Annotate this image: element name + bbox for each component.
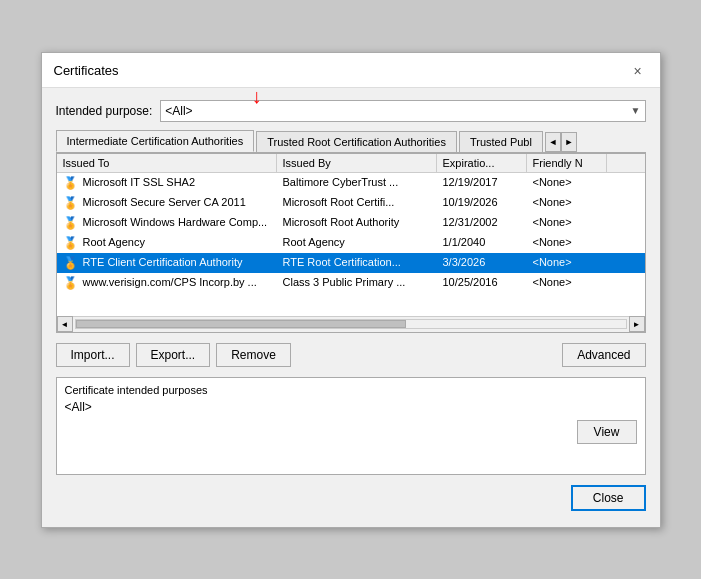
view-btn-container: View [65, 420, 637, 444]
intended-purpose-dropdown[interactable]: <All> ▼ [160, 100, 645, 122]
table-row[interactable]: 🏅 Microsoft Windows Hardware Comp... Mic… [57, 213, 645, 233]
remove-button[interactable]: Remove [216, 343, 291, 367]
dialog-body: Intended purpose: <All> ▼ ↓ Intermediate… [42, 88, 660, 527]
cell-issued-to: 🏅 www.verisign.com/CPS Incorp.by ... [57, 273, 277, 293]
header-expiration: Expiratio... [437, 154, 527, 172]
cell-friendly: <None> [527, 213, 607, 233]
scrollbar-thumb[interactable] [76, 320, 406, 328]
table-row[interactable]: 🏅 www.verisign.com/CPS Incorp.by ... Cla… [57, 273, 645, 293]
cell-issued-by: Microsoft Root Authority [277, 213, 437, 233]
cert-table-body: 🏅 Microsoft IT SSL SHA2 Baltimore CyberT… [57, 173, 645, 316]
cell-issued-to: 🏅 Microsoft IT SSL SHA2 [57, 173, 277, 193]
selected-row-wrapper: → 🏅 RTE Client Certification Authority R… [57, 253, 645, 273]
close-icon[interactable]: × [628, 61, 648, 81]
table-row-selected[interactable]: 🏅 RTE Client Certification Authority RTE… [57, 253, 645, 273]
cell-expiration: 12/31/2002 [437, 213, 527, 233]
tab-trusted-root[interactable]: Trusted Root Certification Authorities [256, 131, 457, 152]
cell-expiration: 12/19/2017 [437, 173, 527, 193]
tabs-container: Intermediate Certification Authorities T… [56, 130, 646, 153]
cell-expiration: 3/3/2026 [437, 253, 527, 273]
table-row[interactable]: 🏅 Microsoft Secure Server CA 2011 Micros… [57, 193, 645, 213]
export-button[interactable]: Export... [136, 343, 211, 367]
certificates-dialog: Certificates × Intended purpose: <All> ▼… [41, 52, 661, 528]
intended-purpose-label: Intended purpose: [56, 104, 153, 118]
header-friendly: Friendly N [527, 154, 607, 172]
tab-trusted-publ[interactable]: Trusted Publ [459, 131, 543, 152]
dropdown-arrow-icon: ▼ [631, 105, 641, 116]
cell-friendly: <None> [527, 273, 607, 293]
cert-icon: 🏅 [63, 276, 77, 290]
cert-purposes-section: Certificate intended purposes <All> View [56, 377, 646, 475]
cell-issued-by: Class 3 Public Primary ... [277, 273, 437, 293]
cell-issued-by: Microsoft Root Certifi... [277, 193, 437, 213]
cell-expiration: 10/19/2026 [437, 193, 527, 213]
table-row[interactable]: 🏅 Microsoft IT SSL SHA2 Baltimore CyberT… [57, 173, 645, 193]
header-issued-by: Issued By [277, 154, 437, 172]
cert-table-header: Issued To Issued By Expiratio... Friendl… [57, 154, 645, 173]
import-button[interactable]: Import... [56, 343, 130, 367]
cell-issued-to: 🏅 Microsoft Windows Hardware Comp... [57, 213, 277, 233]
action-buttons: Import... Export... Remove Advanced [56, 343, 646, 367]
dropdown-value: <All> [165, 104, 192, 118]
view-button[interactable]: View [577, 420, 637, 444]
cell-issued-by: Baltimore CyberTrust ... [277, 173, 437, 193]
cell-issued-to: 🏅 RTE Client Certification Authority [57, 253, 277, 273]
cell-issued-to: 🏅 Microsoft Secure Server CA 2011 [57, 193, 277, 213]
cell-issued-by: Root Agency [277, 233, 437, 253]
cell-expiration: 1/1/2040 [437, 233, 527, 253]
title-bar: Certificates × [42, 53, 660, 88]
dialog-close-button[interactable]: Close [571, 485, 646, 511]
intended-purpose-section: Intended purpose: <All> ▼ ↓ [56, 100, 646, 122]
cert-icon: 🏅 [63, 236, 77, 250]
scrollbar-track[interactable] [75, 319, 627, 329]
cert-icon: 🏅 [63, 176, 77, 190]
cert-icon: 🏅 [63, 216, 77, 230]
cell-friendly: <None> [527, 253, 607, 273]
tab-scroll-right[interactable]: ► [561, 132, 577, 152]
cell-friendly: <None> [527, 193, 607, 213]
tab-scroll-left[interactable]: ◄ [545, 132, 561, 152]
close-row: Close [56, 485, 646, 515]
horizontal-scrollbar[interactable]: ◄ ► [57, 316, 645, 332]
cell-friendly: <None> [527, 173, 607, 193]
cert-icon: 🏅 [63, 196, 77, 210]
cell-friendly: <None> [527, 233, 607, 253]
dialog-title: Certificates [54, 63, 119, 78]
cert-icon: 🏅 [63, 256, 77, 270]
scroll-right-arrow[interactable]: ► [629, 316, 645, 332]
intended-purpose-row: Intended purpose: <All> ▼ [56, 100, 646, 122]
cell-issued-to: 🏅 Root Agency [57, 233, 277, 253]
tab-intermediate[interactable]: Intermediate Certification Authorities [56, 130, 255, 152]
cert-purposes-label: Certificate intended purposes [65, 384, 637, 396]
header-issued-to: Issued To [57, 154, 277, 172]
cert-purposes-value: <All> [65, 400, 637, 414]
cell-issued-by: RTE Root Certification... [277, 253, 437, 273]
table-row[interactable]: 🏅 Root Agency Root Agency 1/1/2040 <None… [57, 233, 645, 253]
cert-table: Issued To Issued By Expiratio... Friendl… [56, 153, 646, 333]
scroll-left-arrow[interactable]: ◄ [57, 316, 73, 332]
cell-expiration: 10/25/2016 [437, 273, 527, 293]
advanced-button[interactable]: Advanced [562, 343, 645, 367]
